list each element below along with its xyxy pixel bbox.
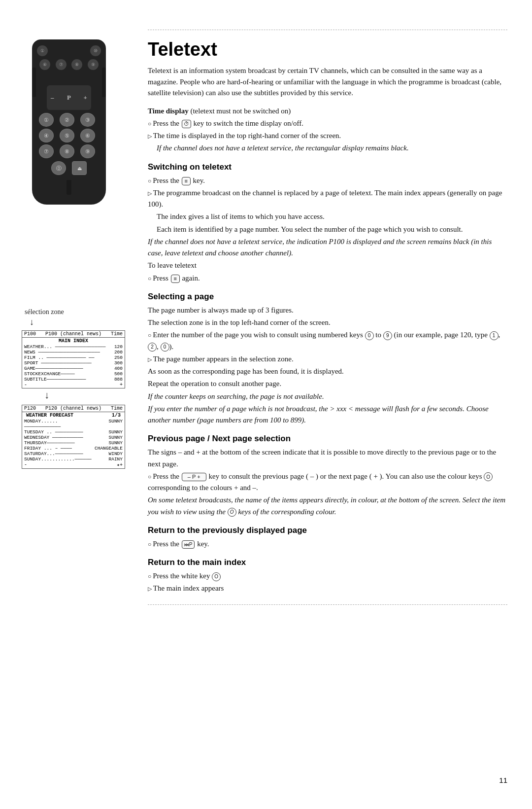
switching-indent-1: The index gives a list of items to which… [157, 211, 507, 222]
remote-bottom-row: ⓪ ⏏ [37, 161, 101, 175]
nav-btn-icon: – P + [182, 473, 206, 481]
tbox1-footer-plus: + [120, 382, 123, 387]
num-1-icon: 1 [490, 331, 499, 340]
selection-zone-arrow: ↓ [30, 317, 34, 327]
return-prev-heading: Return to the previously displayed page [148, 526, 507, 535]
remote-btn-1: ① [37, 45, 48, 56]
table-row: SATURDAY...──────────WINDY [22, 451, 125, 457]
section-prev-next: Previous page / Next page selection The … [148, 434, 507, 518]
switching-bullet-1: Press the ≡ key. [148, 175, 507, 186]
teletext-icon: ≡ [182, 177, 191, 185]
section-selecting: Selecting a page The page number is alwa… [148, 292, 507, 426]
switching-bullet-2: Press ≡ again. [148, 273, 507, 284]
selecting-plain-4: Repeat the operation to consult another … [148, 378, 507, 389]
remote-control: ① ⑩ ⑥ ⑦ ⑧ ⑨ – P [32, 39, 106, 205]
right-column: Teletext Teletext is an information syst… [133, 30, 532, 779]
prev-page-icon: ⏮P [182, 540, 195, 549]
time-display-arrow-1: The time is displayed in the top right-h… [148, 130, 507, 141]
selecting-plain-1: The page number is always made up of 3 f… [148, 305, 507, 316]
time-display-italic-1: If the channel does not have a teletext … [157, 142, 507, 154]
num-9: ⑨ [80, 144, 95, 158]
tbox2-footer: - ✦+ [22, 462, 125, 468]
tbox2-title-left: WEATHER FORECAST [26, 413, 73, 418]
tbox1-header-left: P100 [24, 331, 36, 337]
remote-btn-6: ⑨ [88, 59, 99, 70]
switching-to-leave: To leave teletext [148, 260, 507, 271]
table-row: WEATHER... ──────────────────120 [22, 344, 125, 350]
nav-plus-label: + [84, 94, 87, 102]
btn-special: ⏏ [72, 161, 87, 175]
teletext-box-2: P120 P120 (channel news) Time WEATHER FO… [22, 405, 125, 469]
switching-heading: Switching on teletext [148, 162, 507, 172]
teletext-icon2: ≡ [171, 275, 180, 283]
return-main-heading: Return to the main index [148, 558, 507, 567]
page-title: Teletext [148, 39, 507, 60]
tbox2-header-mid: P120 (channel news) [45, 406, 101, 411]
remote-btn-4: ⑦ [56, 59, 66, 70]
return-prev-bullet-1: Press the ⏮P key. [148, 538, 507, 550]
remote-numpad: ① ② ③ ④ ⑤ ⑥ ⑦ ⑧ ⑨ [39, 113, 99, 158]
switching-arrow-1: The programme broadcast on the channel i… [148, 187, 507, 211]
tbox2-header: P120 P120 (channel news) Time [22, 405, 125, 412]
remote-btn-5: ⑧ [71, 59, 82, 70]
table-row: SUNDAY............──────RAINY [22, 457, 125, 462]
remote-btn-3: ⑥ [39, 59, 50, 70]
bottom-dashed-line [148, 604, 507, 605]
return-main-arrow-1: The main index appears [148, 583, 507, 594]
selecting-italic-1: If the counter keeps on searching, the p… [148, 391, 507, 402]
circle-o-icon: O [484, 472, 493, 481]
num-0: ⓪ [51, 161, 66, 175]
num-3: ③ [80, 113, 95, 127]
tbox2-footer-minus: - [24, 462, 27, 468]
num-5: ⑤ [60, 129, 74, 142]
circle-o2-icon: O [228, 508, 236, 517]
section-time-display: Time display (teletext must not be switc… [148, 106, 507, 154]
remote-row-2: ⑥ ⑦ ⑧ ⑨ [37, 59, 101, 70]
selection-zone-label: sélection zone [25, 308, 64, 316]
selecting-heading: Selecting a page [148, 292, 507, 302]
prev-next-italic-1: On some teletext broadcasts, the name of… [148, 494, 507, 518]
prev-next-heading: Previous page / Next page selection [148, 434, 507, 444]
tbox1-header-mid: P100 (channel news) [45, 331, 101, 337]
num-8: ⑧ [60, 144, 74, 158]
tbox2-header-left: P120 [24, 406, 36, 411]
selecting-plain-3: As soon as the corresponding page has be… [148, 366, 507, 377]
time-display-suffix: (teletext must not be switched on) [189, 107, 291, 115]
between-boxes-arrow: ↓ [44, 389, 49, 401]
table-row: THURSDAY──────────SUNNY [22, 440, 125, 446]
prev-next-plain-1: The signs – and + at the bottom of the s… [148, 447, 507, 470]
tbox1-header: P100 P100 (channel news) Time [22, 331, 125, 338]
table-row: TUESDAY .. ──────────SUNNY [22, 429, 125, 435]
clock-icon: ⏱ [182, 120, 191, 128]
return-main-bullet-1: Press the white key O [148, 570, 507, 582]
tbox1-footer: - + [22, 382, 125, 388]
table-row: FRIDAY ... – ────CHANGEABLE [22, 446, 125, 451]
num-0-icon: 0 [365, 331, 374, 340]
num-9-icon: 9 [383, 331, 392, 340]
remote-nav-bar: – P + [47, 85, 91, 110]
num-0b-icon: 0 [161, 343, 169, 352]
num-4: ④ [39, 129, 54, 142]
tbox2-title: WEATHER FORECAST 1/3 [22, 412, 125, 419]
switching-indent-2: Each item is identified by a page number… [157, 224, 507, 235]
time-display-heading: Time display (teletext must not be switc… [148, 106, 507, 117]
section-return-prev: Return to the previously displayed page … [148, 526, 507, 550]
tbox1-footer-minus: - [24, 382, 27, 387]
table-row: GAME─────────────────400 [22, 366, 125, 371]
time-display-bullet-1: Press the ⏱ key to switch the time displ… [148, 118, 507, 129]
table-row: SUBTITLE──────────────888 [22, 377, 125, 382]
selecting-bullet-1: Enter the number of the page you wish to… [148, 329, 507, 352]
selecting-arrow-1: The page number appears in the selection… [148, 353, 507, 365]
intro-paragraph: Teletext is an information system broadc… [148, 65, 507, 99]
table-row: MONDAY...... ─────────────SUNNY [22, 419, 125, 429]
num-7: ⑦ [39, 144, 54, 158]
top-dashed-line [148, 30, 507, 30]
num-6: ⑥ [80, 129, 95, 142]
table-row: WEDNESDAY ───────────SUNNY [22, 435, 125, 440]
page: ① ⑩ ⑥ ⑦ ⑧ ⑨ – P [0, 0, 532, 809]
time-display-bold-label: Time display [148, 107, 189, 115]
num-2: ② [60, 113, 74, 127]
tbox1-title: MAIN INDEX [22, 338, 125, 344]
table-row: NEWS ──────────────────────200 [22, 350, 125, 355]
num-2-icon: 2 [148, 343, 157, 352]
